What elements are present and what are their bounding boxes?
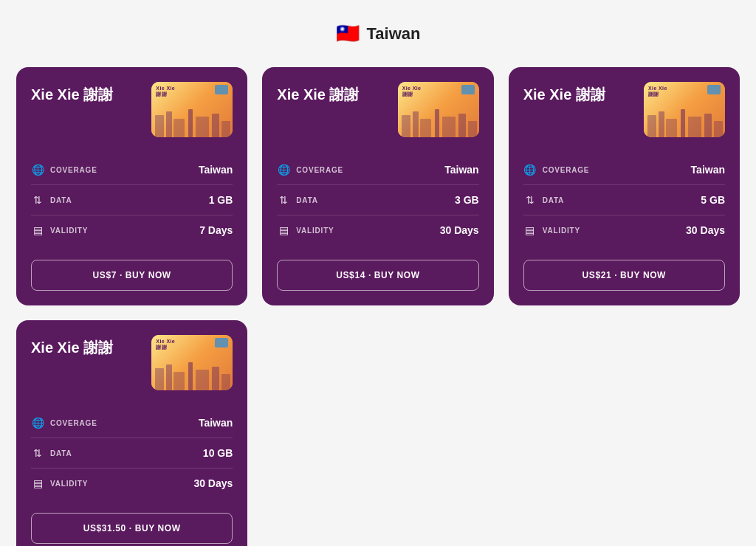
card-3-buy-button[interactable]: US$21 · BUY NOW [523,260,725,291]
svg-rect-16 [666,119,677,137]
plan-card-2: Xie Xie 謝謝 Xie Xie謝謝 [262,67,493,305]
card-3-rows: 🌐 COVERAGE Taiwan ⇅ DATA 5 GB ▤ VALIDITY… [523,155,725,245]
cards-top-row: Xie Xie 謝謝 Xie Xie謝謝 [16,67,740,305]
card-4-data-value: 10 GB [203,447,233,459]
sim-chip-2 [461,85,475,94]
plan-card-4: Xie Xie 謝謝 Xie Xie謝謝 [16,320,247,546]
globe-icon-4: 🌐 [31,417,44,429]
card-1-validity-row: ▤ VALIDITY 7 Days [31,215,233,245]
card-3-image: Xie Xie謝謝 [644,82,725,137]
svg-rect-22 [166,364,172,390]
sim-art-text-2: Xie Xie謝謝 [402,86,422,98]
svg-rect-17 [681,109,685,137]
card-2-validity-label: VALIDITY [296,227,334,235]
page-header: 🇹🇼 Taiwan [15,22,741,45]
globe-icon: 🌐 [31,164,44,176]
calendar-icon-4: ▤ [31,477,44,489]
card-3-validity-left: ▤ VALIDITY [523,224,580,236]
flag-icon: 🇹🇼 [336,22,360,45]
card-4-coverage-value: Taiwan [199,417,233,429]
svg-rect-27 [221,374,230,390]
plan-card-3: Xie Xie 謝謝 Xie Xie謝謝 [509,67,740,305]
card-4-rows: 🌐 COVERAGE Taiwan ⇅ DATA 10 GB ▤ VALIDIT… [31,408,233,498]
svg-rect-18 [688,117,701,137]
svg-rect-9 [420,119,431,137]
card-3-coverage-label: COVERAGE [543,166,590,174]
svg-rect-3 [188,109,193,137]
globe-icon-3: 🌐 [523,164,537,176]
card-1-header: Xie Xie 謝謝 Xie Xie謝謝 [31,82,233,137]
sim-chip-1 [215,85,228,94]
card-3-validity-label: VALIDITY [543,227,580,235]
card-2-validity-row: ▤ VALIDITY 30 Days [277,215,478,245]
card-2-data-left: ⇅ DATA [277,194,318,206]
card-2-buy-button[interactable]: US$14 · BUY NOW [277,260,478,291]
card-1-image: Xie Xie謝謝 [151,82,233,137]
card-1-coverage-row: 🌐 COVERAGE Taiwan [31,155,233,185]
card-2-validity-left: ▤ VALIDITY [277,224,334,236]
card-3-data-row: ⇅ DATA 5 GB [523,185,725,215]
plan-card-1: Xie Xie 謝謝 Xie Xie謝謝 [16,67,247,305]
svg-rect-14 [647,115,656,137]
card-2-brand: Xie Xie 謝謝 [277,82,359,104]
sim-art-text-3: Xie Xie謝謝 [648,86,667,98]
svg-rect-8 [413,111,419,137]
card-1-buy-button[interactable]: US$7 · BUY NOW [31,260,233,291]
svg-rect-2 [173,119,185,137]
card-1-coverage-label: COVERAGE [50,166,97,174]
cards-bottom-row: Xie Xie 謝謝 Xie Xie謝謝 [16,320,740,546]
sim-chip-4 [215,338,228,348]
sim-buildings-4 [151,361,233,390]
svg-rect-5 [212,114,219,137]
globe-icon-2: 🌐 [277,164,290,176]
data-icon: ⇅ [31,194,44,206]
svg-rect-0 [155,115,164,137]
card-3-data-label: DATA [543,196,565,204]
card-1-data-row: ⇅ DATA 1 GB [31,185,233,215]
card-4-coverage-row: 🌐 COVERAGE Taiwan [31,408,233,438]
card-2-validity-value: 30 Days [440,224,479,236]
card-4-coverage-left: 🌐 COVERAGE [31,417,97,429]
sim-art-text-1: Xie Xie謝謝 [156,86,175,98]
card-4-validity-row: ▤ VALIDITY 30 Days [31,469,233,498]
svg-rect-13 [468,121,477,137]
card-3-coverage-row: 🌐 COVERAGE Taiwan [523,155,725,185]
card-2-image: Xie Xie謝謝 [398,82,479,137]
card-1-coverage-value: Taiwan [199,164,233,176]
sim-chip-3 [707,85,721,94]
card-4-validity-left: ▤ VALIDITY [31,477,88,489]
calendar-icon-3: ▤ [523,224,537,236]
card-4-validity-label: VALIDITY [50,480,88,488]
card-1-brand: Xie Xie 謝謝 [31,82,113,104]
card-2-data-row: ⇅ DATA 3 GB [277,185,478,215]
card-3-data-left: ⇅ DATA [523,194,565,206]
svg-rect-7 [402,115,410,137]
sim-art-text-4: Xie Xie謝謝 [156,339,175,351]
svg-rect-1 [166,111,172,137]
svg-rect-12 [458,114,466,137]
svg-rect-25 [196,370,209,390]
data-icon-2: ⇅ [277,194,290,206]
calendar-icon: ▤ [31,224,44,236]
card-2-rows: 🌐 COVERAGE Taiwan ⇅ DATA 3 GB ▤ VALIDITY… [277,155,478,245]
svg-rect-20 [714,121,723,137]
calendar-icon-2: ▤ [277,224,290,236]
card-2-header: Xie Xie 謝謝 Xie Xie謝謝 [277,82,478,137]
card-3-header: Xie Xie 謝謝 Xie Xie謝謝 [523,82,725,137]
sim-art-1: Xie Xie謝謝 [151,82,233,137]
card-4-image: Xie Xie謝謝 [151,335,233,390]
data-icon-4: ⇅ [31,447,44,459]
card-1-data-left: ⇅ DATA [31,194,72,206]
card-4-brand: Xie Xie 謝謝 [31,335,113,357]
card-1-data-value: 1 GB [209,194,233,206]
card-4-data-left: ⇅ DATA [31,447,72,459]
sim-art-4: Xie Xie謝謝 [151,335,233,390]
card-2-coverage-value: Taiwan [444,164,478,176]
svg-rect-6 [221,121,230,137]
card-4-coverage-label: COVERAGE [50,419,97,427]
card-2-data-label: DATA [296,196,318,204]
svg-rect-21 [155,368,164,390]
svg-rect-4 [196,117,209,137]
card-4-buy-button[interactable]: US$31.50 · BUY NOW [31,513,233,544]
card-3-validity-row: ▤ VALIDITY 30 Days [523,215,725,245]
